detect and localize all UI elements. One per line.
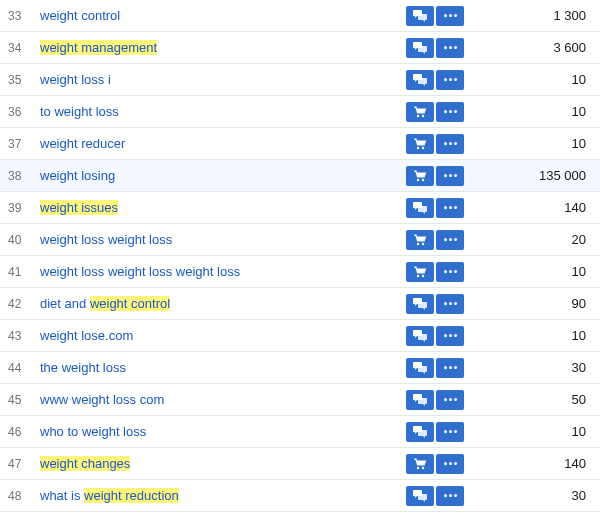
row-number: 34 (0, 41, 36, 55)
cart-icon[interactable] (406, 102, 434, 122)
keyword-cell: who to weight loss (36, 424, 400, 439)
more-icon[interactable] (436, 230, 464, 250)
chat-icon[interactable] (406, 294, 434, 314)
more-icon[interactable] (436, 70, 464, 90)
volume-cell: 10 (470, 136, 600, 151)
row-number: 41 (0, 265, 36, 279)
keyword-cell: to weight loss (36, 104, 400, 119)
keyword-link[interactable]: weight reducer (40, 136, 125, 151)
keyword-cell: weight loss weight loss weight loss (36, 264, 400, 279)
more-icon[interactable] (436, 358, 464, 378)
volume-cell: 50 (470, 392, 600, 407)
row-number: 45 (0, 393, 36, 407)
cart-icon[interactable] (406, 166, 434, 186)
row-actions (400, 294, 470, 314)
keyword-link[interactable]: the weight loss (40, 360, 126, 375)
keyword-cell: weight management (36, 40, 400, 55)
table-row: 34weight management3 600 (0, 32, 600, 64)
keyword-link[interactable]: weight loss weight loss (40, 232, 172, 247)
keyword-link[interactable]: diet and weight control (40, 296, 170, 311)
table-row: 39weight issues140 (0, 192, 600, 224)
more-icon[interactable] (436, 134, 464, 154)
volume-cell: 10 (470, 328, 600, 343)
chat-icon[interactable] (406, 358, 434, 378)
table-row: 35weight loss i10 (0, 64, 600, 96)
chat-icon[interactable] (406, 6, 434, 26)
chat-icon[interactable] (406, 198, 434, 218)
keyword-link[interactable]: weight losing (40, 168, 115, 183)
chat-icon[interactable] (406, 390, 434, 410)
keyword-link[interactable]: weight loss i (40, 72, 111, 87)
table-row: 47weight changes140 (0, 448, 600, 480)
svg-point-6 (417, 242, 419, 244)
table-row: 37weight reducer10 (0, 128, 600, 160)
keyword-link[interactable]: to weight loss (40, 104, 119, 119)
cart-icon[interactable] (406, 134, 434, 154)
more-icon[interactable] (436, 326, 464, 346)
chat-icon[interactable] (406, 70, 434, 90)
row-number: 46 (0, 425, 36, 439)
row-number: 42 (0, 297, 36, 311)
chat-icon[interactable] (406, 486, 434, 506)
more-icon[interactable] (436, 486, 464, 506)
more-icon[interactable] (436, 422, 464, 442)
volume-cell: 30 (470, 488, 600, 503)
chat-icon[interactable] (406, 326, 434, 346)
row-actions (400, 358, 470, 378)
row-actions (400, 326, 470, 346)
volume-cell: 10 (470, 104, 600, 119)
table-row: 42diet and weight control90 (0, 288, 600, 320)
table-row: 36to weight loss10 (0, 96, 600, 128)
volume-cell: 10 (470, 72, 600, 87)
more-icon[interactable] (436, 6, 464, 26)
row-actions (400, 134, 470, 154)
row-actions (400, 422, 470, 442)
row-actions (400, 102, 470, 122)
row-actions (400, 390, 470, 410)
cart-icon[interactable] (406, 454, 434, 474)
table-row: 48what is weight reduction30 (0, 480, 600, 512)
keyword-cell: weight control (36, 8, 400, 23)
more-icon[interactable] (436, 390, 464, 410)
keyword-link[interactable]: what is weight reduction (40, 488, 179, 503)
keyword-link[interactable]: weight loss weight loss weight loss (40, 264, 240, 279)
table-row: 45www weight loss com50 (0, 384, 600, 416)
more-icon[interactable] (436, 454, 464, 474)
svg-point-1 (422, 114, 424, 116)
keyword-link[interactable]: weight changes (40, 456, 130, 471)
row-actions (400, 486, 470, 506)
keyword-link[interactable]: weight issues (40, 200, 118, 215)
row-actions (400, 6, 470, 26)
keyword-link[interactable]: weight control (40, 8, 120, 23)
more-icon[interactable] (436, 262, 464, 282)
row-actions (400, 38, 470, 58)
keyword-link[interactable]: weight lose.com (40, 328, 133, 343)
keyword-cell: diet and weight control (36, 296, 400, 311)
svg-point-7 (422, 242, 424, 244)
more-icon[interactable] (436, 198, 464, 218)
keyword-link[interactable]: who to weight loss (40, 424, 146, 439)
keyword-table: 33weight control1 30034weight management… (0, 0, 600, 512)
chat-icon[interactable] (406, 38, 434, 58)
table-row: 38weight losing135 000 (0, 160, 600, 192)
svg-point-5 (422, 178, 424, 180)
volume-cell: 140 (470, 200, 600, 215)
keyword-cell: weight issues (36, 200, 400, 215)
more-icon[interactable] (436, 38, 464, 58)
keyword-cell: what is weight reduction (36, 488, 400, 503)
row-number: 43 (0, 329, 36, 343)
cart-icon[interactable] (406, 262, 434, 282)
table-row: 41weight loss weight loss weight loss10 (0, 256, 600, 288)
more-icon[interactable] (436, 294, 464, 314)
cart-icon[interactable] (406, 230, 434, 250)
volume-cell: 10 (470, 264, 600, 279)
keyword-link[interactable]: weight management (40, 40, 157, 55)
chat-icon[interactable] (406, 422, 434, 442)
row-actions (400, 230, 470, 250)
more-icon[interactable] (436, 102, 464, 122)
more-icon[interactable] (436, 166, 464, 186)
table-row: 43weight lose.com10 (0, 320, 600, 352)
keyword-link[interactable]: www weight loss com (40, 392, 164, 407)
row-number: 39 (0, 201, 36, 215)
table-row: 46who to weight loss10 (0, 416, 600, 448)
